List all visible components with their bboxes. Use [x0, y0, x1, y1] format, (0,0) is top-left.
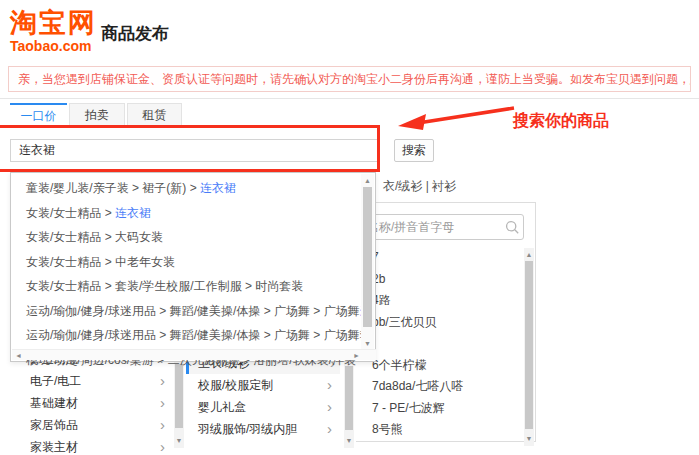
scroll-right-icon[interactable]: ►	[351, 350, 362, 361]
scrollbar-thumb[interactable]	[363, 187, 372, 327]
page-title: 商品发布	[101, 22, 169, 45]
brand-list-scrollbar[interactable]: ▲ ▼	[524, 248, 534, 446]
scrollbar-thumb[interactable]	[525, 261, 533, 429]
brand-item[interactable]: 7da8da/七嗒八嗒	[372, 376, 522, 398]
suggestion-item[interactable]: 女装/女士精品 > 大码女装	[11, 225, 363, 250]
notice-bar: 亲，当您遇到店铺保证金、资质认证等问题时，请先确认对方的淘宝小二身份后再沟通，谨…	[8, 66, 691, 92]
search-icon	[505, 220, 520, 235]
category-col1-scrollbar[interactable]: ▼	[174, 362, 184, 448]
brand-item[interactable]: 8号熊	[372, 419, 522, 441]
scrollbar-thumb[interactable]	[345, 366, 353, 430]
taobao-logo-text: 淘宝网	[10, 10, 97, 37]
scroll-down-icon[interactable]: ▼	[344, 436, 354, 446]
brand-item[interactable]	[372, 333, 522, 355]
search-button[interactable]: 搜索	[394, 139, 434, 162]
suggestion-item[interactable]: 女装/女士精品 > 中老年女装	[11, 250, 363, 275]
chevron-right-icon: ›	[160, 370, 165, 391]
brand-item[interactable]: bb/三优贝贝	[372, 312, 522, 334]
brand-item[interactable]: 6个半柠檬	[372, 355, 522, 377]
tab-auction[interactable]: 拍卖	[69, 103, 125, 127]
category-item[interactable]: 家装主材 ›	[14, 436, 172, 455]
taobao-logo-domain: Taobao.com	[10, 39, 97, 53]
tab-rental[interactable]: 租赁	[127, 103, 182, 127]
chevron-right-icon: ›	[327, 418, 332, 439]
brand-item[interactable]: 7 - PE/七波辉	[372, 398, 522, 420]
brand-list: 7 2b 4路 bb/三优贝贝 6个半柠檬 7da8da/七嗒八嗒 7 - PE…	[372, 247, 522, 441]
suggestions-horizontal-scrollbar[interactable]: ◄ ►	[12, 349, 376, 360]
product-search-input[interactable]	[10, 139, 378, 162]
search-suggestions-dropdown: 童装/婴儿装/亲子装 > 裙子(新) > 连衣裙 女装/女士精品 > 连衣裙 女…	[10, 172, 376, 362]
category-item[interactable]: 羽绒服饰/羽绒内胆 ›	[186, 418, 340, 440]
suggestion-item[interactable]: 童装/婴儿装/亲子装 > 裙子(新) > 连衣裙	[11, 176, 363, 201]
chevron-right-icon: ›	[160, 414, 165, 435]
tabbar-divider	[0, 98, 699, 99]
scroll-down-icon[interactable]: ▼	[524, 434, 534, 444]
brand-item[interactable]: 7	[372, 247, 522, 269]
category-col2-scrollbar[interactable]: ▼	[344, 362, 354, 448]
notice-text: 亲，当您遇到店铺保证金、资质认证等问题时，请先确认对方的淘宝小二身份后再沟通，谨…	[18, 72, 691, 86]
chevron-right-icon: ›	[160, 436, 165, 455]
category-item[interactable]: 家居饰品 ›	[14, 414, 172, 436]
scroll-down-icon[interactable]: ▼	[174, 436, 184, 446]
suggestions-vertical-scrollbar[interactable]: ▲ ▼	[361, 174, 374, 350]
tab-fixed-price[interactable]: 一口价	[10, 103, 67, 127]
taobao-logo[interactable]: 淘宝网 Taobao.com	[10, 10, 97, 53]
category-item[interactable]: 基础建材 ›	[14, 392, 172, 414]
chevron-right-icon: ›	[327, 396, 332, 417]
brand-item[interactable]: 2b	[372, 269, 522, 291]
suggestion-item[interactable]: 女装/女士精品 > 连衣裙	[11, 201, 363, 226]
scroll-left-icon[interactable]: ◄	[13, 350, 24, 361]
brand-search-input[interactable]	[358, 214, 524, 240]
category-item[interactable]: 电子/电工 ›	[14, 370, 172, 392]
scrollbar-thumb[interactable]	[175, 364, 183, 428]
suggestion-item[interactable]: 女装/女士精品 > 套装/学生校服/工作制服 > 时尚套装	[11, 274, 363, 299]
chevron-right-icon: ›	[160, 392, 165, 413]
scroll-down-icon[interactable]: ▼	[362, 338, 373, 349]
suggestion-item[interactable]: 运动/瑜伽/健身/球迷用品 > 舞蹈/健美操/体操 > 广场舞 > 广场舞套装	[11, 323, 363, 348]
scroll-up-icon[interactable]: ▲	[524, 250, 534, 260]
chevron-right-icon: ›	[327, 374, 332, 395]
annotation-label: 搜索你的商品	[513, 111, 609, 132]
category-item[interactable]: 校服/校服定制 ›	[186, 374, 340, 396]
recent-category-breadcrumb[interactable]: 衣/绒衫 | 衬衫	[383, 178, 456, 195]
annotation-arrow-icon	[396, 98, 521, 134]
brand-item[interactable]: 4路	[372, 290, 522, 312]
suggestion-item[interactable]: 运动/瑜伽/健身/球迷用品 > 舞蹈/健美操/体操 > 广场舞 > 广场舞连衣裙	[11, 299, 363, 324]
category-item[interactable]: 婴儿礼盒 ›	[186, 396, 340, 418]
scroll-up-icon[interactable]: ▲	[362, 175, 373, 186]
